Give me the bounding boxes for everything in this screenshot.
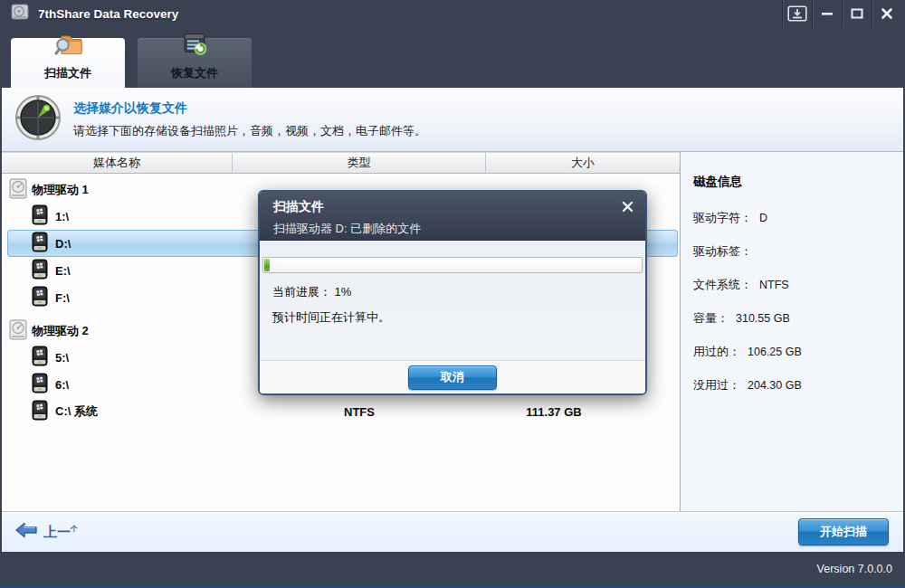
- instruction-header: 选择媒介以恢复文件 请选择下面的存储设备扫描照片，音频，视频，文档，电子邮件等。: [2, 88, 903, 152]
- progress-fill: [264, 259, 270, 271]
- radar-scan-icon: [14, 94, 62, 145]
- dialog-close-icon[interactable]: [618, 198, 636, 214]
- drive-label: 6:\: [55, 378, 69, 392]
- progress-label: 当前进展： 1%: [272, 284, 633, 300]
- group-label: 物理驱动 1: [32, 182, 89, 198]
- start-scan-button[interactable]: 开始扫描: [798, 518, 889, 545]
- scan-progress-dialog: 扫描文件 扫描驱动器 D: 已删除的文件 当前进展： 1% 预计时间正在计算中。…: [258, 190, 647, 395]
- window-title: 7thShare Data Recovery: [38, 7, 178, 21]
- disk-info-field-drive-label: 驱动标签：: [693, 242, 894, 261]
- removable-drive-icon: [32, 259, 48, 282]
- drive-size: 111.37 GB: [459, 405, 649, 419]
- tree-row-drive-c-system[interactable]: C:\ 系统 NTFS 111.37 GB: [2, 398, 680, 425]
- dialog-body: 当前进展： 1% 预计时间正在计算中。: [260, 241, 645, 326]
- drive-label: 1:\: [55, 210, 69, 223]
- dialog-title: 扫描文件: [273, 199, 632, 215]
- removable-drive-icon: [32, 400, 48, 423]
- tab-scan-files[interactable]: 扫描文件: [11, 38, 125, 88]
- drive-label: F:\: [55, 291, 70, 305]
- scan-files-icon: [52, 32, 83, 61]
- back-button-label: 上一个: [43, 524, 78, 541]
- minimize-icon[interactable]: [812, 0, 842, 27]
- disk-info-field-file-system: 文件系统： NTFS: [693, 276, 894, 294]
- title-bar: 7thShare Data Recovery: [0, 0, 905, 27]
- tab-recover-files[interactable]: 恢复文件: [138, 38, 252, 88]
- recover-files-icon: [180, 32, 209, 61]
- tab-bar: 扫描文件 恢复文件: [0, 27, 905, 88]
- disk-info-field-drive-letter: 驱动字符： D: [693, 209, 894, 227]
- eta-label: 预计时间正在计算中。: [272, 309, 633, 326]
- status-footer: Version 7.0.0.0: [0, 552, 905, 588]
- maximize-icon[interactable]: [842, 0, 872, 27]
- hard-disk-icon: [9, 319, 27, 343]
- progress-bar: [262, 257, 643, 273]
- disk-info-field-used: 用过的： 106.25 GB: [693, 343, 894, 361]
- instruction-subtitle: 请选择下面的存储设备扫描照片，音频，视频，文档，电子邮件等。: [73, 123, 426, 139]
- back-button[interactable]: 上一个: [14, 521, 78, 543]
- instruction-title: 选择媒介以恢复文件: [73, 100, 426, 117]
- disk-info-field-capacity: 容量： 310.55 GB: [693, 309, 894, 327]
- drive-label: D:\: [55, 237, 71, 251]
- removable-drive-icon: [32, 286, 48, 309]
- removable-drive-icon: [32, 204, 48, 228]
- column-header-type[interactable]: 类型: [233, 153, 486, 173]
- dialog-footer: 取消: [260, 360, 645, 394]
- dialog-subtitle: 扫描驱动器 D: 已删除的文件: [273, 221, 632, 237]
- disk-info-panel: 磁盘信息 驱动字符： D 驱动标签： 文件系统： NTFS 容量： 310.55…: [681, 152, 903, 511]
- tab-label: 扫描文件: [44, 65, 91, 81]
- removable-drive-icon: [32, 346, 48, 369]
- column-header-size[interactable]: 大小: [486, 153, 680, 173]
- tab-label: 恢复文件: [171, 65, 218, 81]
- bottom-action-bar: 上一个 开始扫描: [2, 511, 903, 552]
- drive-label: 5:\: [55, 351, 69, 365]
- download-icon[interactable]: [782, 0, 812, 27]
- table-header: 媒体名称 类型 大小: [2, 152, 680, 174]
- hard-disk-icon: [9, 178, 27, 202]
- cancel-button[interactable]: 取消: [408, 365, 497, 390]
- drive-label: C:\ 系统: [55, 403, 98, 420]
- disk-info-field-unused: 没用过： 204.30 GB: [693, 376, 894, 394]
- drive-type: NTFS: [233, 405, 486, 419]
- dialog-header: 扫描文件 扫描驱动器 D: 已删除的文件: [260, 192, 645, 241]
- version-label: Version 7.0.0.0: [817, 563, 892, 575]
- arrow-left-icon: [14, 521, 38, 543]
- app-icon: [11, 3, 29, 24]
- column-header-media-name[interactable]: 媒体名称: [2, 153, 233, 173]
- instruction-texts: 选择媒介以恢复文件 请选择下面的存储设备扫描照片，音频，视频，文档，电子邮件等。: [73, 100, 426, 139]
- close-icon[interactable]: [872, 0, 901, 27]
- removable-drive-icon: [32, 373, 48, 396]
- drive-label: E:\: [55, 264, 71, 278]
- window-controls: [782, 0, 901, 27]
- group-label: 物理驱动 2: [32, 323, 89, 339]
- disk-info-title: 磁盘信息: [693, 174, 894, 190]
- removable-drive-icon: [32, 232, 48, 255]
- app-window: 7thShare Data Recovery: [0, 0, 905, 588]
